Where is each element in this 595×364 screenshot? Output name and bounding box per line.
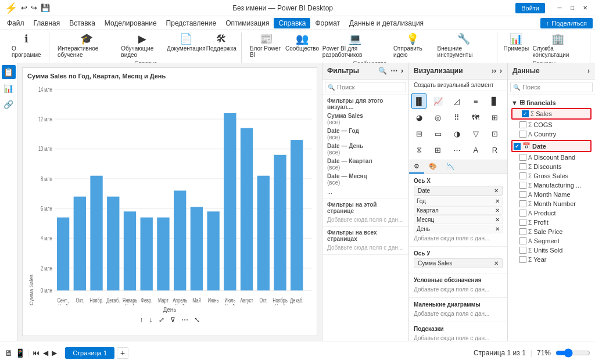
tree-item-profit[interactable]: Σ Profit bbox=[510, 218, 593, 227]
report-view-icon[interactable]: 🖥 bbox=[5, 348, 13, 358]
viz-r-icon[interactable]: R bbox=[487, 142, 502, 157]
axis-x-quarter-close[interactable]: ✕ bbox=[495, 207, 500, 214]
year-checkbox[interactable] bbox=[519, 256, 526, 263]
bar-11[interactable] bbox=[224, 113, 236, 290]
tree-item-gross-sales[interactable]: Σ Gross Sales bbox=[510, 171, 593, 181]
manufacturing-checkbox[interactable] bbox=[519, 182, 526, 189]
units-sold-checkbox[interactable] bbox=[519, 247, 526, 254]
bar-8[interactable] bbox=[174, 190, 186, 290]
gross-sales-checkbox[interactable] bbox=[519, 172, 526, 179]
viz-bar-chart-icon[interactable]: ▐▌ bbox=[411, 93, 426, 109]
page-next-btn[interactable]: ▶ bbox=[51, 348, 58, 358]
axis-x-date-close[interactable]: ✕ bbox=[494, 188, 499, 194]
filter-item-date-day[interactable]: Date — День (все) bbox=[327, 142, 404, 157]
axis-x-month-close[interactable]: ✕ bbox=[495, 217, 500, 223]
small-multiples-add[interactable]: Добавьте сюда поля с дан... bbox=[414, 309, 503, 318]
login-button[interactable]: Войти bbox=[515, 3, 545, 13]
menu-modeling[interactable]: Моделирование bbox=[100, 18, 162, 28]
bar-12[interactable] bbox=[241, 128, 253, 291]
axis-y-sales-close[interactable]: ✕ bbox=[494, 260, 499, 266]
bar-14[interactable] bbox=[274, 155, 286, 291]
viz-donut-icon[interactable]: ◎ bbox=[431, 110, 446, 125]
axis-x-quarter-field[interactable]: Квартал ✕ bbox=[414, 206, 503, 215]
send-idea-button[interactable]: 💡 Отправить идею bbox=[391, 33, 433, 59]
viz-tab-format[interactable]: 🎨 bbox=[424, 160, 442, 174]
filter-all-add[interactable]: Добавьте сюда поля с дан... bbox=[327, 243, 404, 252]
viz-stacked-bar-icon[interactable]: ≡ bbox=[468, 93, 483, 109]
filter-item-date-month[interactable]: Date — Месяц (все) bbox=[327, 172, 404, 187]
undo-icon[interactable]: ↩ bbox=[21, 3, 27, 12]
bar-6[interactable] bbox=[141, 218, 153, 291]
page-tab-1[interactable]: Страница 1 bbox=[65, 347, 114, 359]
axis-x-date-field[interactable]: Date ✕ bbox=[414, 186, 503, 196]
support-button[interactable]: 🛠 Поддержка bbox=[206, 33, 236, 53]
interactive-learn-button[interactable]: 🎓 Интерактивное обучение bbox=[55, 33, 117, 59]
tree-group-financials-header[interactable]: ▼ ⊞ financials bbox=[510, 98, 593, 107]
tablet-view-icon[interactable]: 📱 bbox=[15, 348, 25, 358]
discount-band-checkbox[interactable] bbox=[519, 154, 526, 161]
tree-item-cogs[interactable]: Σ COGS bbox=[510, 120, 593, 129]
viz-line-chart-icon[interactable]: 📈 bbox=[431, 93, 446, 109]
about-button[interactable]: ℹ О программе bbox=[9, 33, 44, 59]
bar-4[interactable] bbox=[107, 197, 119, 291]
tree-item-sales[interactable]: ✓ Σ Sales bbox=[511, 108, 592, 120]
tree-item-discount-band[interactable]: A Discount Band bbox=[510, 153, 593, 162]
viz-collapse-icon[interactable]: › bbox=[499, 66, 503, 75]
viz-table-icon[interactable]: ⊞ bbox=[487, 110, 502, 125]
data-more-icon[interactable]: › bbox=[587, 66, 590, 75]
teaching-videos-button[interactable]: ▶ Обучающие видео bbox=[119, 33, 166, 59]
viz-treemap-icon[interactable]: ⊞ bbox=[431, 142, 446, 157]
filter-icon[interactable]: ⊽ bbox=[169, 315, 177, 325]
viz-ribbon-icon[interactable]: ⧖ bbox=[411, 142, 426, 157]
tree-item-manufacturing[interactable]: Σ Manufacturing ... bbox=[510, 181, 593, 190]
date-checkbox[interactable]: ✓ bbox=[514, 143, 521, 150]
menu-format[interactable]: Формат bbox=[310, 18, 345, 28]
blog-button[interactable]: 📰 Блог Power BI bbox=[248, 33, 284, 59]
viz-pie-chart-icon[interactable]: ◕ bbox=[411, 110, 426, 125]
tree-item-discounts[interactable]: Σ Discounts bbox=[510, 162, 593, 171]
drill-up-icon[interactable]: ↑ bbox=[138, 315, 145, 325]
data-search-input[interactable] bbox=[522, 84, 590, 91]
add-page-button[interactable]: + bbox=[117, 347, 128, 359]
bar-3[interactable] bbox=[90, 176, 102, 291]
tree-item-month-number[interactable]: Σ Month Number bbox=[510, 199, 593, 208]
tree-group-date-header[interactable]: ✓ 📅 Date bbox=[511, 140, 592, 152]
viz-area-chart-icon[interactable]: ◿ bbox=[449, 93, 464, 109]
axis-x-day-close[interactable]: ✕ bbox=[495, 226, 500, 232]
month-name-checkbox[interactable] bbox=[519, 191, 526, 198]
viz-gauge-icon[interactable]: ◑ bbox=[449, 126, 464, 141]
legend-add[interactable]: Добавьте сюда поля с дан... bbox=[414, 285, 503, 294]
filter-search-icon[interactable]: 🔍 bbox=[378, 66, 388, 75]
tree-item-month-name[interactable]: A Month Name bbox=[510, 190, 593, 199]
tree-item-segment[interactable]: A Segment bbox=[510, 236, 593, 246]
expand-icon[interactable]: ⤢ bbox=[157, 315, 166, 325]
viz-ai-icon[interactable]: A bbox=[468, 142, 483, 157]
bar-5[interactable] bbox=[124, 211, 136, 290]
filter-item-sales[interactable]: Сумма Sales (все) bbox=[327, 111, 404, 127]
bar-1[interactable] bbox=[57, 218, 69, 291]
docs-button[interactable]: 📄 Документация bbox=[167, 33, 205, 53]
month-number-checkbox[interactable] bbox=[519, 200, 526, 207]
close-button[interactable]: ✕ bbox=[580, 3, 590, 13]
sales-checkbox[interactable]: ✓ bbox=[522, 110, 529, 117]
menu-help[interactable]: Справка bbox=[274, 18, 310, 28]
cogs-checkbox[interactable] bbox=[519, 121, 526, 128]
bar-10[interactable] bbox=[207, 211, 219, 290]
sale-price-checkbox[interactable] bbox=[519, 228, 526, 235]
axis-x-day-field[interactable]: День ✕ bbox=[414, 225, 503, 233]
viz-funnel-icon[interactable]: ▽ bbox=[468, 126, 483, 141]
bar-9[interactable] bbox=[191, 207, 203, 291]
dev-button[interactable]: 💻 Power BI для разработчиков bbox=[320, 33, 390, 59]
menu-insert[interactable]: Вставка bbox=[64, 18, 100, 28]
filter-item-date-year[interactable]: Date — Год (все) bbox=[327, 127, 404, 142]
viz-column-icon[interactable]: ▊ bbox=[487, 93, 502, 109]
tooltips-add[interactable]: Добавьте сюда поля с дан... bbox=[414, 334, 503, 341]
examples-button[interactable]: 📊 Примеры bbox=[503, 33, 529, 53]
tree-item-sale-price[interactable]: Σ Sale Price bbox=[510, 227, 593, 236]
tree-item-product[interactable]: A Product bbox=[510, 208, 593, 218]
axis-x-add[interactable]: Добавьте сюда поля с дан... bbox=[414, 234, 503, 243]
menu-data-details[interactable]: Данные и детализация bbox=[345, 18, 428, 28]
menu-home[interactable]: Главная bbox=[29, 18, 65, 28]
share-button[interactable]: ↑ Поделиться bbox=[540, 18, 593, 28]
tree-item-units-sold[interactable]: Σ Units Sold bbox=[510, 246, 593, 255]
